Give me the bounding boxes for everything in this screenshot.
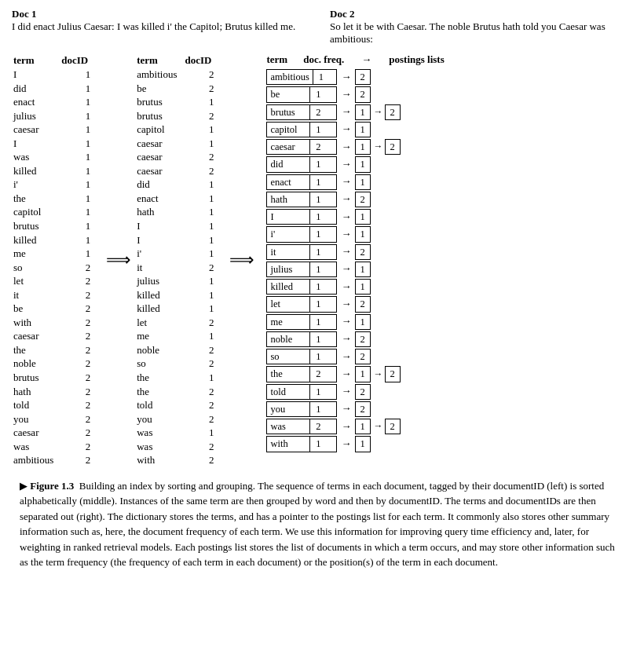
postings-row: me1→1 [266,314,632,330]
right-term-cell: I [135,233,183,247]
postings-arrow: → [341,350,351,364]
left-table-row: did1 [12,82,94,96]
term-box: I1 [266,209,337,225]
right-docid-cell: 2 [184,82,218,96]
postings-row: brutus2→1→2 [266,104,632,120]
left-table-row: noble2 [12,357,94,371]
right-term-cell: enact [135,192,183,206]
left-docid-cell: 2 [60,426,94,440]
postings-section: term doc. freq. → postings lists ambitio… [258,53,632,467]
postings-arrow: → [341,368,351,381]
right-docid-cell: 1 [184,192,218,206]
right-docid-cell: 1 [184,177,218,192]
left-docid-cell: 2 [60,412,94,426]
posting-node: 1 [355,262,371,277]
postings-row: ambitious1→2 [266,69,632,85]
postings-row: hath1→2 [266,192,632,207]
left-term-cell: julius [12,109,60,123]
term-freq: 1 [310,210,326,224]
right-table-row: I1 [135,219,218,233]
term-name: brutus [267,105,310,119]
postings-row: it1→2 [266,244,632,260]
left-table-row: the1 [12,192,94,206]
left-table-row: I1 [12,137,94,151]
right-table-row: be2 [135,82,218,96]
posting-node: 2 [355,192,371,207]
posting-node: 1 [355,156,371,172]
right-docid-cell: 2 [184,357,218,371]
right-docid-cell: 1 [184,205,218,219]
right-docid-cell: 1 [184,233,218,247]
right-table-row: enact1 [135,192,218,206]
left-docid-cell: 1 [60,219,94,233]
posting-node: 2 [355,349,371,364]
left-term-cell: was [12,150,60,164]
posting-node: 1 [355,104,371,120]
posting-node: 1 [355,174,371,190]
posting-node: 1 [355,122,371,137]
left-term-cell: I [12,137,60,151]
right-table-row: told2 [135,398,218,412]
posting-node: 1 [355,436,371,452]
term-name: it [267,245,310,259]
postings-arrow: → [341,385,351,398]
right-term-cell: brutus [135,95,183,109]
term-freq: 1 [310,123,326,137]
left-docid-cell: 2 [60,385,94,399]
left-table-row: so2 [12,261,94,275]
postings-arrow: → [341,105,351,119]
left-table-row: the2 [12,343,94,357]
postings-row: I1→1 [266,209,632,225]
left-table-row: I1 [12,68,94,82]
figure-label: Figure 1.3 [30,480,74,492]
right-docid-cell: 2 [184,343,218,357]
postings-arrow: → [341,192,351,206]
posting-node: 2 [355,296,371,312]
doc1-title: Doc 1 [12,8,36,20]
right-docid-cell: 2 [184,385,218,399]
term-name: with [267,437,310,451]
postings-row: let1→2 [266,296,632,312]
term-freq: 1 [310,315,326,329]
right-docid-cell: 2 [184,453,218,467]
term-freq: 1 [310,385,326,399]
term-box: with1 [266,436,337,452]
right-table-row: killed1 [135,302,218,316]
doc1-text: I did enact Julius Caesar: I was killed … [12,20,295,32]
left-docid-cell: 2 [60,357,94,371]
left-docid-cell: 1 [60,164,94,178]
term-freq: 2 [310,367,326,381]
term-name: ambitious [267,70,313,84]
left-col-docid-header: docID [60,53,94,68]
left-term-cell: the [12,343,60,357]
postings-row: capitol1→1 [266,122,632,137]
right-docid-cell: 2 [184,164,218,178]
right-table-row: the1 [135,371,218,385]
postings-arrow: → [341,175,351,188]
left-docid-cell: 1 [60,150,94,164]
right-docid-cell: 2 [184,316,218,330]
posting-node: 2 [355,401,371,417]
posting-node: 1 [355,139,371,155]
postings-term-header: term [266,53,287,66]
left-docid-cell: 1 [60,177,94,192]
left-table-row: with2 [12,316,94,330]
left-term-cell: noble [12,357,60,371]
posting-node: 2 [355,244,371,260]
postings-row: so1→2 [266,349,632,364]
term-name: me [267,315,310,329]
term-box: did1 [266,156,337,172]
left-table-row: you2 [12,412,94,426]
right-table-row: so2 [135,357,218,371]
left-term-cell: be [12,302,60,316]
right-docid-cell: 1 [184,426,218,440]
node-arrow: → [373,106,382,119]
term-name: did [267,157,310,171]
term-name: I [267,210,310,224]
term-box: killed1 [266,279,337,295]
postings-arrow: → [341,141,351,154]
right-table-row: you2 [135,412,218,426]
term-box: ambitious1 [266,69,337,85]
right-table-row: did1 [135,177,218,192]
right-table-row: julius1 [135,274,218,288]
